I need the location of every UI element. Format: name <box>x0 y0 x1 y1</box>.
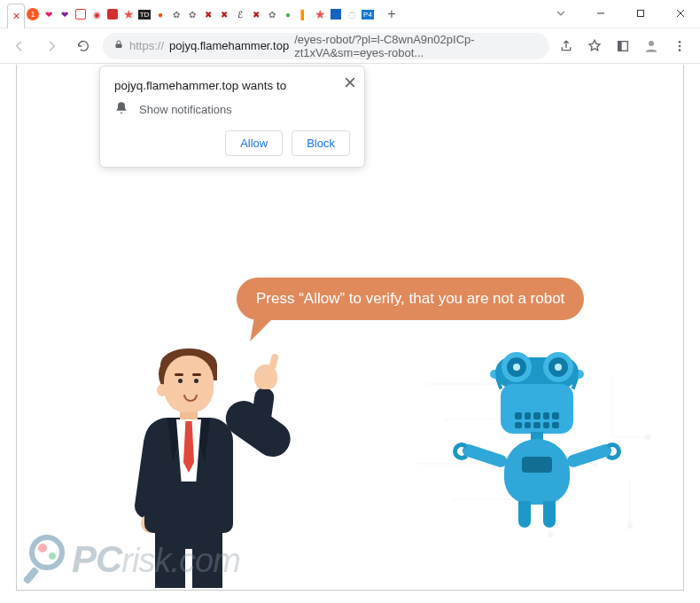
reading-list-icon[interactable] <box>613 36 633 56</box>
tab-favicon-6[interactable] <box>105 4 121 25</box>
permission-label: Show notifications <box>139 103 232 116</box>
tab-favicon-19[interactable]: ★ <box>312 4 328 25</box>
bell-icon <box>114 101 128 118</box>
magnifier-icon <box>26 535 75 584</box>
profile-avatar-icon[interactable] <box>642 36 661 56</box>
tab-favicon-11[interactable]: ✿ <box>184 4 200 25</box>
close-tab-icon[interactable]: ✕ <box>12 11 20 22</box>
allow-button[interactable]: Allow <box>225 130 283 156</box>
tab-favicon-22[interactable]: P4 <box>360 4 376 25</box>
speech-text: Press “Allow” to verify, that you are no… <box>256 290 564 307</box>
watermark-pc: PC <box>72 538 121 580</box>
chrome-menu-dropdown-icon[interactable] <box>541 0 580 27</box>
bookmark-star-icon[interactable] <box>585 36 604 56</box>
window-titlebar: ✕ 1 ❤ ❤ ◉ ★ TD ● ✿ ✿ ✖ ✖ ℰ ✖ ✿ ● ▌ ★ ◌ P… <box>0 0 700 28</box>
pcrisk-watermark: PCrisk.com <box>26 535 240 584</box>
tab-favicon-10[interactable]: ✿ <box>168 4 184 25</box>
back-button[interactable] <box>7 34 32 59</box>
forward-button[interactable] <box>39 34 64 59</box>
speech-bubble: Press “Allow” to verify, that you are no… <box>237 278 584 320</box>
tab-favicon-5[interactable]: ◉ <box>89 4 105 25</box>
svg-rect-4 <box>116 44 122 49</box>
tab-favicon-14[interactable]: ℰ <box>232 4 248 25</box>
svg-point-10 <box>679 49 681 51</box>
svg-point-17 <box>645 435 650 440</box>
tab-favicon-2[interactable]: ❤ <box>41 4 57 25</box>
tab-favicon-16[interactable]: ✿ <box>264 4 280 25</box>
close-icon[interactable] <box>345 75 355 91</box>
tab-strip: ✕ 1 ❤ ❤ ◉ ★ TD ● ✿ ✿ ✖ ✖ ℰ ✖ ✿ ● ▌ ★ ◌ P… <box>0 0 402 28</box>
tab-favicon-3[interactable]: ❤ <box>57 4 73 25</box>
share-icon[interactable] <box>556 36 576 56</box>
new-tab-button[interactable]: + <box>381 6 402 22</box>
tab-favicon-8[interactable]: TD <box>136 4 152 25</box>
block-button[interactable]: Block <box>292 130 350 156</box>
maximize-button[interactable] <box>620 0 660 27</box>
tab-favicon-1[interactable]: 1 <box>25 4 41 25</box>
tab-favicon-17[interactable]: ● <box>280 4 296 25</box>
tab-favicon-15[interactable]: ✖ <box>248 4 264 25</box>
tab-favicon-12[interactable]: ✖ <box>200 4 216 25</box>
active-tab[interactable]: ✕ <box>7 4 25 28</box>
window-controls <box>541 0 700 27</box>
tab-favicon-13[interactable]: ✖ <box>216 4 232 25</box>
address-bar[interactable]: https://pojyq.flamehammer.top/eyes-robot… <box>103 33 549 59</box>
tab-favicon-7[interactable]: ★ <box>121 4 136 25</box>
browser-toolbar: https://pojyq.flamehammer.top/eyes-robot… <box>0 28 700 64</box>
notification-permission-prompt: pojyq.flamehammer.top wants to Show noti… <box>99 66 365 168</box>
minimize-button[interactable] <box>580 0 620 27</box>
svg-point-18 <box>627 523 633 529</box>
close-window-button[interactable] <box>660 0 700 27</box>
svg-point-8 <box>679 41 681 43</box>
url-host: pojyq.flamehammer.top <box>169 39 289 52</box>
watermark-risk: risk.com <box>121 542 239 579</box>
svg-rect-6 <box>618 41 622 51</box>
lock-icon <box>113 39 124 52</box>
url-path: /eyes-robot/?pl=l-C8wnA9n02pICp-zt1xVA&s… <box>294 33 539 59</box>
tab-favicon-9[interactable]: ● <box>152 4 168 25</box>
robot-illustration <box>453 357 621 552</box>
svg-point-7 <box>649 41 654 46</box>
reload-button[interactable] <box>71 34 96 59</box>
permission-origin-text: pojyq.flamehammer.top wants to <box>114 79 350 92</box>
tab-favicon-4[interactable] <box>73 4 89 25</box>
tab-favicon-20[interactable] <box>328 4 344 25</box>
svg-point-9 <box>679 44 681 47</box>
tab-favicon-21[interactable]: ◌ <box>344 4 360 25</box>
svg-rect-1 <box>637 11 643 17</box>
tab-favicon-18[interactable]: ▌ <box>296 4 312 25</box>
kebab-menu-icon[interactable] <box>670 36 689 56</box>
url-protocol: https:// <box>129 39 164 52</box>
